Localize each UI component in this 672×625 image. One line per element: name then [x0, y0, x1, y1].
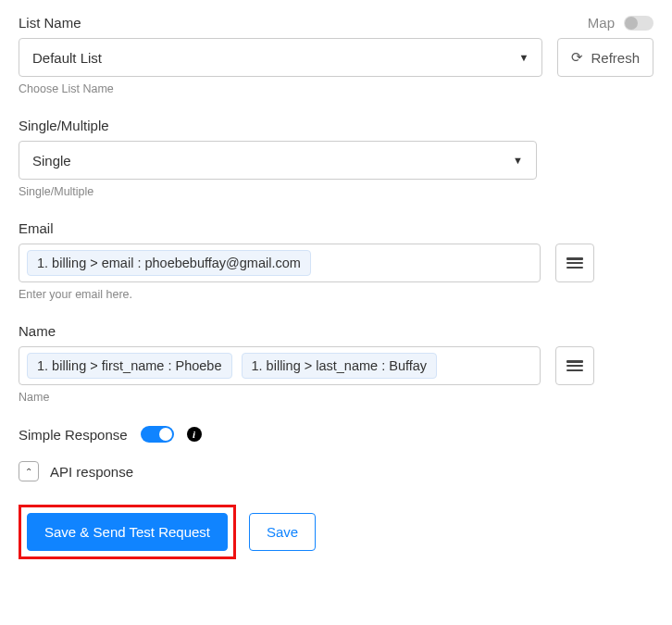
save-button[interactable]: Save: [249, 513, 316, 551]
name-menu-button[interactable]: [555, 346, 594, 385]
field-header: Name: [19, 323, 653, 339]
helper-email: Enter your email here.: [19, 288, 653, 301]
simple-response-toggle[interactable]: [141, 426, 174, 443]
token-first-name[interactable]: 1. billing > first_name : Phoebe: [27, 353, 232, 379]
helper-single-multiple: Single/Multiple: [19, 185, 653, 198]
field-header: Email: [19, 220, 653, 236]
field-single-multiple: Single/Multiple Single ▼ Single/Multiple: [19, 118, 653, 198]
highlight-save-send: Save & Send Test Request: [19, 505, 236, 559]
label-email: Email: [19, 220, 54, 236]
label-api-response: API response: [50, 464, 133, 480]
map-toggle-group: Map: [588, 15, 653, 31]
label-single-multiple: Single/Multiple: [19, 118, 109, 133]
field-list-name: List Name Map Default List ▼ ⟳ Refresh C…: [19, 15, 653, 95]
single-multiple-select[interactable]: Single ▼: [19, 141, 537, 180]
refresh-button[interactable]: ⟳ Refresh: [557, 38, 653, 77]
chevron-up-icon: ⌃: [25, 467, 32, 477]
collapse-button[interactable]: ⌃: [19, 461, 39, 481]
hamburger-icon: [566, 360, 583, 371]
list-name-value: Default List: [32, 50, 102, 66]
field-header: Single/Multiple: [19, 118, 653, 133]
helper-name: Name: [19, 391, 653, 404]
label-list-name: List Name: [19, 15, 81, 31]
field-name: Name 1. billing > first_name : Phoebe 1.…: [19, 323, 653, 404]
list-name-select[interactable]: Default List ▼: [19, 38, 542, 77]
map-label: Map: [588, 15, 615, 31]
action-row: Save & Send Test Request Save: [19, 500, 653, 564]
map-toggle[interactable]: [624, 16, 653, 31]
list-name-row: Default List ▼ ⟳ Refresh: [19, 38, 653, 77]
email-input[interactable]: 1. billing > email : phoebebuffay@gmail.…: [19, 244, 541, 282]
simple-response-row: Simple Response i: [19, 426, 653, 443]
info-icon[interactable]: i: [187, 427, 202, 442]
caret-down-icon: ▼: [513, 155, 523, 166]
token-email[interactable]: 1. billing > email : phoebebuffay@gmail.…: [27, 250, 311, 276]
field-header: List Name Map: [19, 15, 653, 31]
single-multiple-row: Single ▼: [19, 141, 653, 180]
token-last-name[interactable]: 1. billing > last_name : Buffay: [242, 353, 438, 379]
name-row: 1. billing > first_name : Phoebe 1. bill…: [19, 346, 653, 385]
label-simple-response: Simple Response: [19, 427, 128, 443]
name-input[interactable]: 1. billing > first_name : Phoebe 1. bill…: [19, 346, 541, 385]
api-response-row: ⌃ API response: [19, 461, 653, 481]
save-send-test-button[interactable]: Save & Send Test Request: [27, 513, 228, 551]
refresh-label: Refresh: [591, 50, 640, 66]
single-multiple-value: Single: [32, 153, 71, 169]
label-name: Name: [19, 323, 56, 339]
refresh-icon: ⟳: [571, 49, 583, 66]
caret-down-icon: ▼: [519, 52, 529, 63]
helper-list-name: Choose List Name: [19, 82, 653, 95]
email-row: 1. billing > email : phoebebuffay@gmail.…: [19, 244, 653, 282]
email-menu-button[interactable]: [555, 244, 594, 282]
field-email: Email 1. billing > email : phoebebuffay@…: [19, 220, 653, 301]
hamburger-icon: [566, 257, 583, 269]
